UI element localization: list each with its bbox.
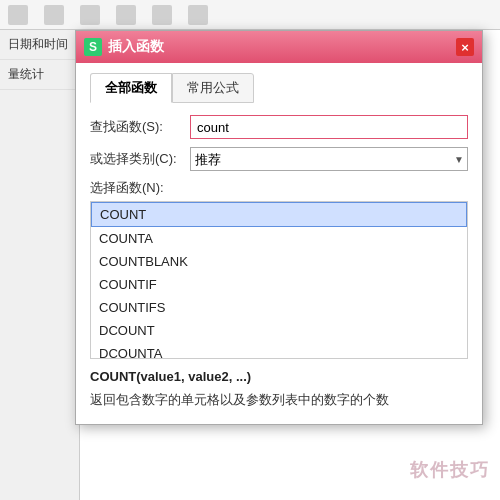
function-description: 返回包含数字的单元格以及参数列表中的数字的个数: [90, 390, 468, 410]
dialog-title-icon: S: [84, 38, 102, 56]
category-label: 或选择类别(C):: [90, 150, 190, 168]
dialog-content: 全部函数 常用公式 查找函数(S): 或选择类别(C): 推荐 全部 最近使用 …: [76, 63, 482, 424]
left-panel-item-stats: 量统计: [0, 60, 79, 90]
funclist-label: 选择函数(N):: [90, 179, 468, 197]
func-item-countifs[interactable]: COUNTIFS: [91, 296, 467, 319]
tab-common-formulas[interactable]: 常用公式: [172, 73, 254, 103]
func-item-counta[interactable]: COUNTA: [91, 227, 467, 250]
toolbar-icon-3: [80, 5, 100, 25]
left-panel-item-date: 日期和时间: [0, 30, 79, 60]
tab-all-functions[interactable]: 全部函数: [90, 73, 172, 103]
func-item-count[interactable]: COUNT: [91, 202, 467, 227]
dialog-titlebar: S 插入函数 ×: [76, 31, 482, 63]
toolbar-icon-5: [152, 5, 172, 25]
func-item-countif[interactable]: COUNTIF: [91, 273, 467, 296]
search-label: 查找函数(S):: [90, 118, 190, 136]
toolbar-icon-4: [116, 5, 136, 25]
close-button[interactable]: ×: [456, 38, 474, 56]
category-select[interactable]: 推荐 全部 最近使用 数学与三角 统计: [190, 147, 468, 171]
toolbar-icon-2: [44, 5, 64, 25]
search-row: 查找函数(S):: [90, 115, 468, 139]
dialog-tabs: 全部函数 常用公式: [90, 73, 468, 103]
dialog-title-text: 插入函数: [108, 38, 164, 56]
toolbar-icon-6: [188, 5, 208, 25]
search-input[interactable]: [190, 115, 468, 139]
func-item-dcount[interactable]: DCOUNT: [91, 319, 467, 342]
insert-function-dialog: S 插入函数 × 全部函数 常用公式 查找函数(S): 或选择类别(C): 推荐…: [75, 30, 483, 425]
spreadsheet-left-panel: 日期和时间 量统计: [0, 30, 80, 500]
dialog-title-left: S 插入函数: [84, 38, 164, 56]
func-item-countblank[interactable]: COUNTBLANK: [91, 250, 467, 273]
func-item-dcounta[interactable]: DCOUNTA: [91, 342, 467, 359]
category-select-wrap: 推荐 全部 最近使用 数学与三角 统计 ▼: [190, 147, 468, 171]
function-signature: COUNT(value1, value2, ...): [90, 369, 468, 384]
category-row: 或选择类别(C): 推荐 全部 最近使用 数学与三角 统计 ▼: [90, 147, 468, 171]
toolbar-icon-1: [8, 5, 28, 25]
spreadsheet-toolbar: [0, 0, 500, 30]
function-list[interactable]: COUNT COUNTA COUNTBLANK COUNTIF COUNTIFS…: [90, 201, 468, 359]
